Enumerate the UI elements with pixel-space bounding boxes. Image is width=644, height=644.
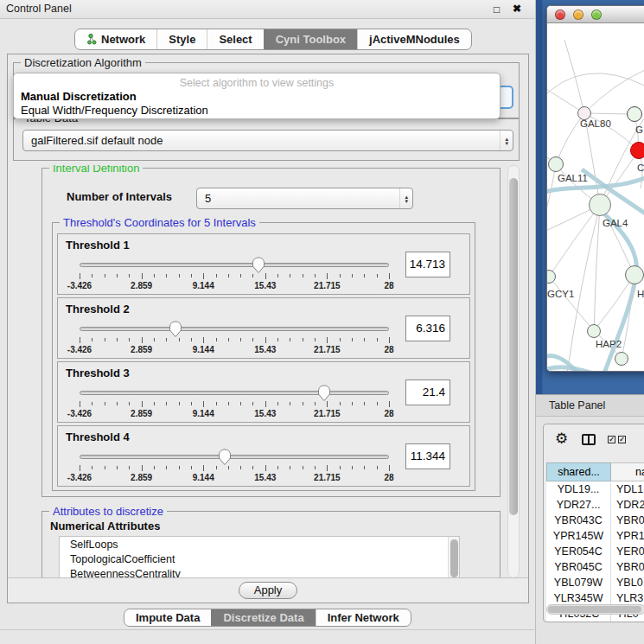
- table-row[interactable]: YDR27...YDR2: [546, 499, 644, 514]
- table-data-combo[interactable]: galFiltered.sif default node ▴ ▾: [22, 130, 513, 151]
- network-node[interactable]: [589, 194, 611, 216]
- tick: [80, 273, 80, 279]
- threshold-slider[interactable]: -3.4262.8599.14415.4321.71528: [80, 319, 389, 357]
- tab-discretize-data[interactable]: Discretize Data: [211, 609, 315, 626]
- tick: [265, 465, 266, 471]
- threshold-slider[interactable]: -3.4262.8599.14415.4321.71528: [80, 383, 389, 421]
- attribute-item-selfloops[interactable]: SelfLoops: [60, 538, 447, 552]
- slider-track[interactable]: [80, 263, 389, 267]
- network-node[interactable]: [625, 265, 644, 284]
- attributes-group-label: Attributes to discretize: [49, 505, 167, 518]
- tab-cyni-toolbox[interactable]: Cyni Toolbox: [264, 29, 357, 49]
- tick: [216, 338, 217, 341]
- minimize-traffic-light-icon[interactable]: [573, 10, 583, 20]
- numerical-attributes-list[interactable]: SelfLoopsTopologicalCoefficientBetweenne…: [59, 536, 460, 578]
- tab-jactivemnodules[interactable]: jActiveMNodules: [357, 29, 471, 49]
- node-label-gal4: GAL4: [603, 218, 628, 228]
- combo-spinner-icon[interactable]: ▴ ▾: [500, 131, 513, 150]
- network-node[interactable]: [615, 352, 628, 366]
- tick: [179, 466, 180, 469]
- threshold-slider[interactable]: -3.4262.8599.14415.4321.71528: [80, 447, 389, 485]
- tick: [240, 402, 241, 405]
- network-node[interactable]: [587, 324, 601, 338]
- columns-icon[interactable]: [582, 434, 596, 445]
- tick: [290, 338, 290, 341]
- attribute-item-topologicalcoefficient[interactable]: TopologicalCoefficient: [60, 552, 447, 567]
- tick: [117, 274, 118, 277]
- tick: [364, 338, 365, 341]
- table-row[interactable]: YPR145WYPR1: [546, 530, 644, 545]
- network-node[interactable]: [627, 106, 642, 122]
- tick: [352, 466, 353, 469]
- network-window-titlebar[interactable]: [547, 6, 644, 23]
- table-panel-title: Table Panel: [549, 399, 605, 411]
- table-rows: YDL19...YDL1YDR27...YDR2YBR043CYBR0YPR14…: [546, 483, 644, 622]
- numerical-attributes-label: Numerical Attributes: [50, 520, 160, 532]
- network-node[interactable]: [630, 142, 644, 159]
- right-pane: GAL80GGAL11CGAL4HGCY1HAP2 Table Panel ⚙ …: [536, 0, 644, 644]
- table-row[interactable]: YBR045CYBR0: [546, 561, 644, 577]
- algorithm-option-equal-width-frequency-discretization[interactable]: Equal Width/Frequency Discretization: [21, 104, 493, 118]
- table-row[interactable]: YER054CYER0: [546, 545, 644, 561]
- slider-track[interactable]: [80, 455, 389, 459]
- tick: [389, 273, 390, 279]
- zoom-traffic-light-icon[interactable]: [591, 10, 602, 20]
- threshold-slider[interactable]: -3.4262.8599.14415.4321.71528: [80, 255, 389, 293]
- tick: [277, 402, 278, 405]
- close-icon[interactable]: ✖: [513, 3, 521, 15]
- cell-name: YBL0: [611, 577, 644, 592]
- column-header-name[interactable]: na: [611, 462, 644, 481]
- threshold-value-box[interactable]: 6.316: [405, 316, 450, 341]
- apply-band: Apply: [8, 577, 528, 603]
- column-header-shared-name[interactable]: shared...: [546, 462, 611, 481]
- slider-thumb-icon[interactable]: [317, 385, 331, 401]
- spinner-down-icon: ▾: [405, 199, 408, 203]
- slider-thumb-icon[interactable]: [252, 257, 265, 273]
- network-canvas[interactable]: GAL80GGAL11CGAL4HGCY1HAP2: [547, 24, 644, 372]
- table-horizontal-scrollbar[interactable]: [546, 604, 644, 615]
- number-of-intervals-combo[interactable]: 5 ▴ ▾: [196, 188, 413, 209]
- slider-track[interactable]: [80, 327, 389, 331]
- scrollbar-thumb[interactable]: [450, 539, 458, 577]
- tick: [92, 338, 92, 341]
- threshold-row: Threshold 3 -3.4262.8599.14415.4321.7152…: [57, 361, 470, 423]
- scrollbar-thumb[interactable]: [548, 606, 641, 613]
- tab-select[interactable]: Select: [207, 29, 263, 49]
- apply-button[interactable]: Apply: [239, 582, 297, 599]
- slider-thumb-icon[interactable]: [169, 321, 182, 337]
- tick: [129, 466, 130, 469]
- node-label-g: G: [635, 124, 643, 135]
- slider-track[interactable]: [80, 391, 389, 395]
- threshold-value-box[interactable]: 21.4: [405, 379, 450, 405]
- tick: [166, 402, 167, 405]
- tab-style[interactable]: Style: [156, 29, 207, 49]
- threshold-value-box[interactable]: 11.344: [405, 443, 450, 469]
- table-row[interactable]: YDL19...YDL1: [546, 483, 644, 499]
- algorithm-option-manual-discretization[interactable]: Manual Discretization: [21, 90, 493, 104]
- checkbox-icon[interactable]: ✓: [618, 436, 626, 443]
- table-row[interactable]: YBL079WYBL0: [546, 577, 644, 592]
- cell-name: YBR0: [611, 514, 644, 530]
- tab-impute-data[interactable]: Impute Data: [124, 609, 211, 626]
- tab-infer-network[interactable]: Infer Network: [316, 609, 411, 626]
- slider-thumb-icon[interactable]: [218, 449, 232, 465]
- combo-spinner-icon[interactable]: ▴ ▾: [399, 188, 412, 208]
- scrollbar-thumb[interactable]: [509, 178, 518, 515]
- attributes-scrollbar[interactable]: [448, 537, 459, 578]
- tab-network[interactable]: Network: [75, 29, 156, 49]
- tick: [364, 402, 365, 405]
- tick: [216, 402, 217, 405]
- float-window-icon[interactable]: □: [494, 3, 500, 16]
- gear-icon[interactable]: ⚙: [555, 430, 568, 448]
- network-node[interactable]: [548, 156, 564, 172]
- close-traffic-light-icon[interactable]: [555, 10, 565, 20]
- node-label-c: C: [637, 163, 644, 173]
- tick: [80, 465, 80, 471]
- node-label-gal80: GAL80: [580, 118, 611, 129]
- panel-vertical-scrollbar[interactable]: [507, 165, 520, 578]
- table-row[interactable]: YBR043CYBR0: [546, 514, 644, 530]
- tick: [203, 401, 204, 407]
- checkbox-icon[interactable]: ✓: [608, 436, 615, 443]
- tick-label: -3.426: [67, 281, 92, 290]
- threshold-value-box[interactable]: 14.713: [405, 252, 450, 277]
